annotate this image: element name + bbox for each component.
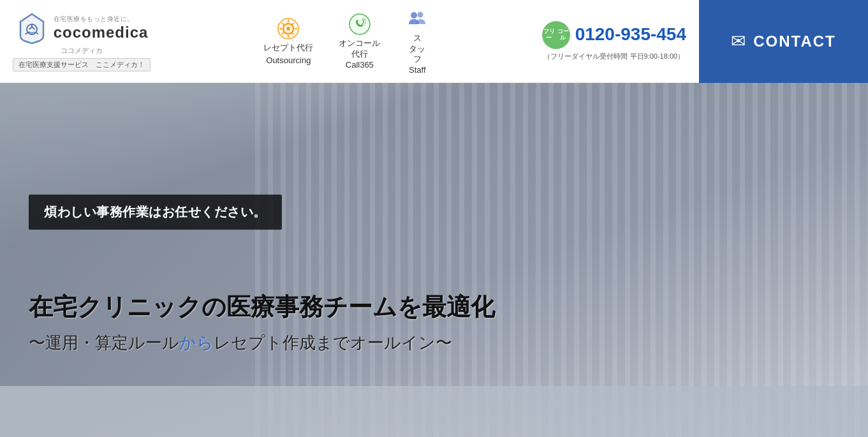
nav-call365-label-bottom: Call365 xyxy=(339,60,380,70)
phone-number: 0120-935-454 xyxy=(575,25,686,45)
nav-item-call365[interactable]: オンコール 代行 Call365 xyxy=(339,13,380,70)
hero-title: 在宅クリニックの医療事務チームを最適化 xyxy=(29,292,495,323)
outsourcing-icon xyxy=(277,17,300,40)
svg-point-13 xyxy=(349,14,370,34)
oncall-icon xyxy=(348,13,371,36)
logo-tagline: 在宅医療をもっと身近に。 xyxy=(54,15,149,24)
svg-rect-5 xyxy=(288,20,289,22)
logo-text-block: 在宅医療をもっと身近に。 cocomedica xyxy=(54,15,149,41)
nav-staff-label-top: ス xyxy=(409,33,426,44)
hero-bottom-strip xyxy=(0,386,868,437)
hero-subtitle-prefix: 〜運用・算定ルール xyxy=(29,333,179,352)
hero-subtitle-suffix: レセプト作成までオールイン〜 xyxy=(214,333,452,352)
hero-blinds xyxy=(255,83,868,437)
hero-badge-text: 煩わしい事務作業はお任せください。 xyxy=(44,205,267,219)
main-nav: レセプト代行 Outsourcing オンコール 代行 Call365 xyxy=(163,8,529,75)
svg-rect-8 xyxy=(295,28,297,29)
hero-subtitle: 〜運用・算定ルールからレセプト作成までオールイン〜 xyxy=(29,332,495,354)
hero-badge: 煩わしい事務作業はお任せください。 xyxy=(29,195,282,230)
hero-subtitle-accent: から xyxy=(179,333,214,352)
badge-line2: コール xyxy=(556,29,570,41)
nav-staff-label: ス タッ フ Staff xyxy=(409,33,426,75)
logo-kana: ココメディカ xyxy=(61,46,103,56)
svg-point-15 xyxy=(418,11,423,17)
hero-text-area: 在宅クリニックの医療事務チームを最適化 〜運用・算定ルールからレセプト作成までオ… xyxy=(29,292,495,354)
nav-staff-label-mid: タッ xyxy=(409,44,426,55)
phone-hours: （フリーダイヤル受付時間 平日9:00-18:00） xyxy=(543,52,684,61)
svg-point-4 xyxy=(286,27,290,31)
badge-line1: フリー xyxy=(542,29,556,41)
svg-rect-6 xyxy=(288,35,289,38)
nav-item-staff[interactable]: ス タッ フ Staff xyxy=(406,8,429,75)
logo-tooltip: 在宅医療支援サービス ここメディカ！ xyxy=(13,58,151,71)
nav-item-outsourcing[interactable]: レセプト代行 Outsourcing xyxy=(263,17,313,66)
contact-button[interactable]: ✉ CONTACT xyxy=(699,0,868,83)
logo-name: cocomedica xyxy=(54,24,149,41)
hero-section: 煩わしい事務作業はお任せください。 在宅クリニックの医療事務チームを最適化 〜運… xyxy=(0,83,868,437)
nav-call365-label-top: オンコール xyxy=(339,38,380,49)
nav-outsourcing-label-top: レセプト代行 xyxy=(263,43,313,54)
logo-top: 在宅医療をもっと身近に。 cocomedica xyxy=(15,11,149,45)
envelope-icon: ✉ xyxy=(731,31,746,52)
phone-area: フリー コール 0120-935-454 （フリーダイヤル受付時間 平日9:00… xyxy=(529,21,699,61)
hero-left-overlay xyxy=(0,83,319,437)
logo-area[interactable]: 在宅医療をもっと身近に。 cocomedica ココメディカ 在宅医療支援サービ… xyxy=(0,11,163,71)
svg-rect-7 xyxy=(279,28,282,29)
site-header: 在宅医療をもっと身近に。 cocomedica ココメディカ 在宅医療支援サービ… xyxy=(0,0,868,83)
nav-call365-label: オンコール 代行 Call365 xyxy=(339,38,380,70)
staff-icon xyxy=(406,8,429,31)
free-call-badge: フリー コール xyxy=(542,21,570,49)
contact-button-label: CONTACT xyxy=(753,33,836,50)
logo-icon xyxy=(15,11,48,45)
svg-point-14 xyxy=(411,12,417,19)
nav-staff-label-en: Staff xyxy=(409,65,426,75)
nav-call365-label-mid: 代行 xyxy=(339,49,380,60)
phone-top: フリー コール 0120-935-454 xyxy=(542,21,686,49)
nav-outsourcing-label-bottom: Outsourcing xyxy=(266,56,311,65)
nav-staff-label-bottom: フ xyxy=(409,54,426,65)
